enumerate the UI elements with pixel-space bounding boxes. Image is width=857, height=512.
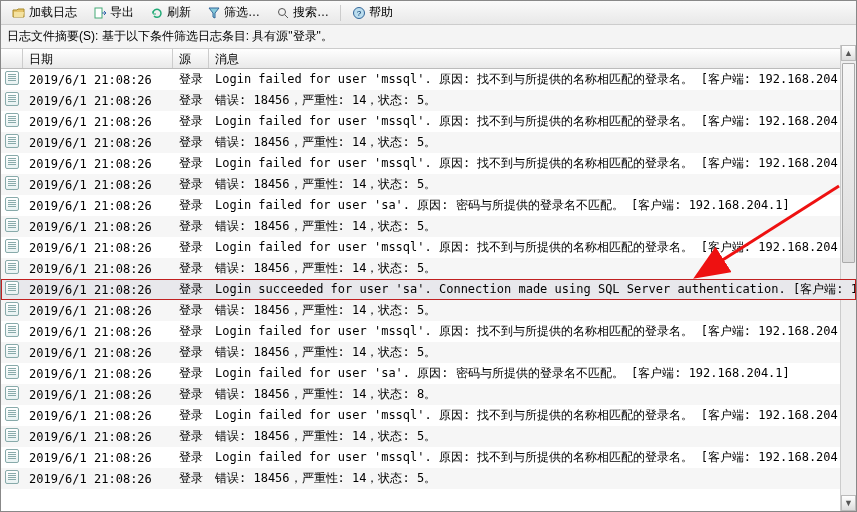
table-row[interactable]: 2019/6/1 21:08:26登录错误: 18456，严重性: 14，状态:… [1,468,856,489]
cell-source: 登录 [173,218,209,235]
log-entry-icon [1,365,23,382]
table-row[interactable]: 2019/6/1 21:08:26登录错误: 18456，严重性: 14，状态:… [1,132,856,153]
document-icon [5,386,19,400]
cell-source: 登录 [173,92,209,109]
col-date[interactable]: 日期 [23,49,173,68]
search-label: 搜索… [293,4,329,21]
table-row[interactable]: 2019/6/1 21:08:26登录Login failed for user… [1,363,856,384]
log-entry-icon [1,134,23,151]
table-row[interactable]: 2019/6/1 21:08:26登录Login failed for user… [1,69,856,90]
cell-source: 登录 [173,428,209,445]
table-row[interactable]: 2019/6/1 21:08:26登录Login failed for user… [1,195,856,216]
cell-source: 登录 [173,71,209,88]
cell-message: Login failed for user 'sa'. 原因: 密码与所提供的登… [209,365,856,382]
cell-date: 2019/6/1 21:08:26 [23,388,173,402]
log-entry-icon [1,218,23,235]
table-row[interactable]: 2019/6/1 21:08:26登录错误: 18456，严重性: 14，状态:… [1,342,856,363]
cell-source: 登录 [173,281,209,298]
log-entry-icon [1,71,23,88]
export-icon [93,6,107,20]
cell-message: Login failed for user 'mssql'. 原因: 找不到与所… [209,449,856,466]
cell-date: 2019/6/1 21:08:26 [23,157,173,171]
cell-source: 登录 [173,407,209,424]
cell-source: 登录 [173,323,209,340]
col-icon[interactable] [1,49,23,68]
table-row[interactable]: 2019/6/1 21:08:26登录Login failed for user… [1,237,856,258]
log-entry-icon [1,197,23,214]
cell-message: 错误: 18456，严重性: 14，状态: 5。 [209,218,856,235]
table-row[interactable]: 2019/6/1 21:08:26登录错误: 18456，严重性: 14，状态:… [1,174,856,195]
cell-date: 2019/6/1 21:08:26 [23,325,173,339]
grid-body[interactable]: 2019/6/1 21:08:26登录Login failed for user… [1,69,856,511]
cell-source: 登录 [173,470,209,487]
folder-open-icon [12,6,26,20]
cell-message: Login failed for user 'mssql'. 原因: 找不到与所… [209,323,856,340]
cell-date: 2019/6/1 21:08:26 [23,115,173,129]
table-row[interactable]: 2019/6/1 21:08:26登录错误: 18456，严重性: 14，状态:… [1,90,856,111]
cell-message: 错误: 18456，严重性: 14，状态: 5。 [209,134,856,151]
log-summary-text: 日志文件摘要(S): 基于以下条件筛选日志条目: 具有源"登录"。 [7,29,333,43]
cell-message: Login failed for user 'mssql'. 原因: 找不到与所… [209,71,856,88]
cell-message: 错误: 18456，严重性: 14，状态: 5。 [209,260,856,277]
load-log-button[interactable]: 加载日志 [5,1,84,24]
table-row[interactable]: 2019/6/1 21:08:26登录错误: 18456，严重性: 14，状态:… [1,300,856,321]
table-row[interactable]: 2019/6/1 21:08:26登录Login failed for user… [1,111,856,132]
log-entry-icon [1,113,23,130]
document-icon [5,92,19,106]
cell-date: 2019/6/1 21:08:26 [23,199,173,213]
cell-message: Login failed for user 'mssql'. 原因: 找不到与所… [209,155,856,172]
cell-date: 2019/6/1 21:08:26 [23,430,173,444]
cell-date: 2019/6/1 21:08:26 [23,346,173,360]
table-row[interactable]: 2019/6/1 21:08:26登录Login failed for user… [1,321,856,342]
table-row[interactable]: 2019/6/1 21:08:26登录Login failed for user… [1,405,856,426]
col-message[interactable]: 消息 [209,49,856,68]
filter-button[interactable]: 筛选… [200,1,267,24]
cell-date: 2019/6/1 21:08:26 [23,178,173,192]
help-icon: ? [352,6,366,20]
grid-header: 日期 源 消息 [1,49,856,69]
cell-source: 登录 [173,344,209,361]
col-source[interactable]: 源 [173,49,209,68]
document-icon [5,239,19,253]
table-row[interactable]: 2019/6/1 21:08:26登录Login failed for user… [1,447,856,468]
vertical-scrollbar[interactable]: ▲ ▼ [840,45,856,511]
refresh-button[interactable]: 刷新 [143,1,198,24]
document-icon [5,302,19,316]
table-row[interactable]: 2019/6/1 21:08:26登录错误: 18456，严重性: 14，状态:… [1,216,856,237]
log-entry-icon [1,407,23,424]
toolbar-separator [340,5,341,21]
svg-text:?: ? [357,9,362,18]
export-button[interactable]: 导出 [86,1,141,24]
log-entry-icon [1,239,23,256]
cell-date: 2019/6/1 21:08:26 [23,94,173,108]
document-icon [5,71,19,85]
cell-date: 2019/6/1 21:08:26 [23,367,173,381]
document-icon [5,134,19,148]
log-entry-icon [1,323,23,340]
scroll-thumb[interactable] [842,63,855,263]
document-icon [5,155,19,169]
log-entry-icon [1,449,23,466]
cell-message: 错误: 18456，严重性: 14，状态: 5。 [209,92,856,109]
table-row[interactable]: 2019/6/1 21:08:26登录Login failed for user… [1,153,856,174]
table-row[interactable]: 2019/6/1 21:08:26登录错误: 18456，严重性: 14，状态:… [1,426,856,447]
scroll-down-button[interactable]: ▼ [841,495,856,511]
log-entry-icon [1,281,23,298]
cell-date: 2019/6/1 21:08:26 [23,220,173,234]
cell-message: Login failed for user 'mssql'. 原因: 找不到与所… [209,239,856,256]
funnel-icon [207,6,221,20]
cell-source: 登录 [173,260,209,277]
search-button[interactable]: 搜索… [269,1,336,24]
document-icon [5,470,19,484]
scroll-up-button[interactable]: ▲ [841,45,856,61]
table-row[interactable]: 2019/6/1 21:08:26登录Login succeeded for u… [1,279,856,300]
export-label: 导出 [110,4,134,21]
log-entry-icon [1,92,23,109]
document-icon [5,344,19,358]
table-row[interactable]: 2019/6/1 21:08:26登录错误: 18456，严重性: 14，状态:… [1,384,856,405]
cell-date: 2019/6/1 21:08:26 [23,451,173,465]
table-row[interactable]: 2019/6/1 21:08:26登录错误: 18456，严重性: 14，状态:… [1,258,856,279]
help-button[interactable]: ? 帮助 [345,1,400,24]
cell-source: 登录 [173,239,209,256]
document-icon [5,113,19,127]
